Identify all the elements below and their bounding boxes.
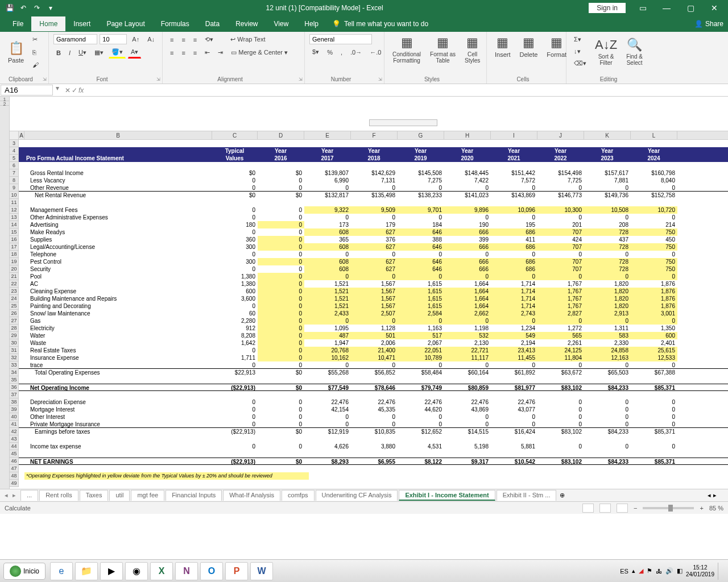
data-cell[interactable]: 25,615 (631, 347, 677, 354)
data-cell[interactable]: 0 (212, 214, 258, 221)
data-cell[interactable]: 1,664 (444, 295, 491, 302)
footnote[interactable]: *Operating Expenses highlighted in yello… (24, 472, 309, 480)
row-label[interactable]: Pest Control (24, 258, 212, 265)
data-cell[interactable]: $8,122 (398, 458, 444, 464)
taskbar-clock[interactable]: 15:12 24/01/2019 (686, 564, 714, 578)
data-cell[interactable]: 0 (258, 302, 304, 310)
data-cell[interactable]: 0 (212, 177, 258, 184)
data-cell[interactable]: $14,515 (444, 428, 491, 435)
header-cell[interactable] (19, 147, 24, 155)
data-cell[interactable]: 600 (631, 332, 677, 339)
data-cell[interactable]: 1,876 (631, 302, 677, 310)
fx-icon[interactable]: fx (78, 86, 84, 94)
data-cell[interactable]: 0 (258, 258, 304, 265)
data-cell[interactable] (584, 435, 631, 443)
data-cell[interactable] (444, 391, 491, 398)
tab-data[interactable]: Data (197, 16, 228, 31)
data-cell[interactable]: 22,721 (444, 347, 491, 354)
data-cell[interactable] (351, 376, 398, 384)
row-header-47[interactable]: 47 (10, 465, 19, 472)
data-cell[interactable]: 190 (444, 221, 491, 228)
data-cell[interactable]: 2,130 (444, 339, 491, 347)
data-cell[interactable]: 0 (584, 317, 631, 325)
row-label[interactable]: Advertising (24, 221, 212, 228)
row-label[interactable]: Other Interest (24, 413, 212, 421)
data-cell[interactable]: 0 (631, 443, 677, 450)
data-cell[interactable]: 300 (212, 243, 258, 251)
row-header-31[interactable]: 31 (10, 347, 19, 354)
data-cell[interactable] (212, 450, 258, 458)
data-cell[interactable] (304, 391, 351, 398)
data-cell[interactable]: $10,835 (351, 428, 398, 435)
data-cell[interactable]: 0 (258, 177, 304, 184)
data-cell[interactable] (537, 391, 584, 398)
data-cell[interactable] (398, 450, 444, 458)
data-cell[interactable]: $12,919 (304, 428, 351, 435)
sheet-tab[interactable]: mgt fee (131, 490, 164, 501)
data-cell[interactable]: 583 (584, 332, 631, 339)
data-cell[interactable]: 0 (304, 184, 351, 191)
row-header-28[interactable]: 28 (10, 325, 19, 332)
data-cell[interactable]: 1,095 (304, 325, 351, 332)
data-cell[interactable]: 1,311 (584, 325, 631, 332)
data-cell[interactable]: 8,208 (212, 332, 258, 339)
data-cell[interactable]: $84,233 (584, 428, 631, 435)
data-cell[interactable]: $8,293 (304, 458, 351, 464)
data-cell[interactable] (491, 435, 537, 443)
data-cell[interactable]: 10,789 (398, 354, 444, 361)
data-cell[interactable]: 0 (491, 421, 537, 427)
data-cell[interactable]: 750 (631, 258, 677, 265)
data-cell[interactable]: 1,567 (351, 295, 398, 302)
split-handle[interactable] (369, 119, 437, 126)
column-header-L[interactable]: L (631, 131, 677, 139)
tray-up-icon[interactable]: ▴ (632, 567, 635, 575)
percent-icon[interactable]: % (324, 47, 336, 57)
row-header-27[interactable]: 27 (10, 317, 19, 325)
row-label[interactable]: Mortgage Interest (24, 406, 212, 413)
data-cell[interactable]: $77,549 (304, 384, 351, 390)
data-cell[interactable]: 21,400 (351, 347, 398, 354)
view-pagebreak-button[interactable] (617, 504, 628, 513)
data-cell[interactable]: 0 (444, 413, 491, 421)
header-cell[interactable]: 2023 (584, 155, 631, 162)
tab-scroll-last-icon[interactable]: ▸ (13, 492, 16, 499)
data-cell[interactable]: 0 (212, 406, 258, 413)
italic-button[interactable]: I (66, 48, 73, 58)
data-cell[interactable]: 0 (444, 214, 491, 221)
row-label[interactable]: Less Vacancy (24, 177, 212, 184)
column-header-K[interactable]: K (584, 131, 631, 139)
data-cell[interactable]: 666 (444, 228, 491, 236)
data-cell[interactable]: 3,001 (631, 310, 677, 317)
tab-view[interactable]: View (266, 16, 297, 31)
row-label[interactable]: Private Mortgage Insurance (24, 421, 212, 427)
row-header-35[interactable]: 35 (10, 376, 19, 384)
data-cell[interactable]: 0 (398, 421, 444, 427)
data-cell[interactable]: 750 (631, 265, 677, 273)
data-cell[interactable]: $0 (258, 428, 304, 435)
data-cell[interactable]: 0 (398, 273, 444, 280)
data-cell[interactable]: 0 (398, 317, 444, 325)
row-label[interactable]: AC (24, 280, 212, 288)
enter-formula-icon[interactable]: ✓ (72, 86, 77, 94)
column-header-D[interactable]: D (258, 131, 304, 139)
row-header-37[interactable]: 37 (10, 391, 19, 398)
data-cell[interactable]: 0 (537, 214, 584, 221)
data-cell[interactable] (537, 450, 584, 458)
header-cell[interactable]: 2020 (444, 155, 491, 162)
data-cell[interactable]: 10,300 (537, 206, 584, 214)
data-cell[interactable] (351, 199, 398, 206)
data-cell[interactable]: 666 (444, 243, 491, 251)
row-header-7[interactable]: 7 (10, 169, 19, 177)
data-cell[interactable]: $80,859 (444, 384, 491, 390)
data-cell[interactable]: $78,646 (351, 384, 398, 390)
row-label[interactable]: Building Maintenance and Repairs (24, 295, 212, 302)
header-cell[interactable]: Year (398, 147, 444, 155)
data-cell[interactable]: 0 (584, 214, 631, 221)
data-cell[interactable]: ($22,913) (212, 428, 258, 435)
row-label[interactable]: Snow/ law Maintenance (24, 310, 212, 317)
row-label[interactable]: Net Rental Revenue (24, 192, 212, 199)
data-cell[interactable]: 0 (537, 273, 584, 280)
data-cell[interactable]: 12,163 (584, 354, 631, 361)
data-cell[interactable] (584, 450, 631, 458)
data-cell[interactable]: $139,807 (304, 169, 351, 177)
